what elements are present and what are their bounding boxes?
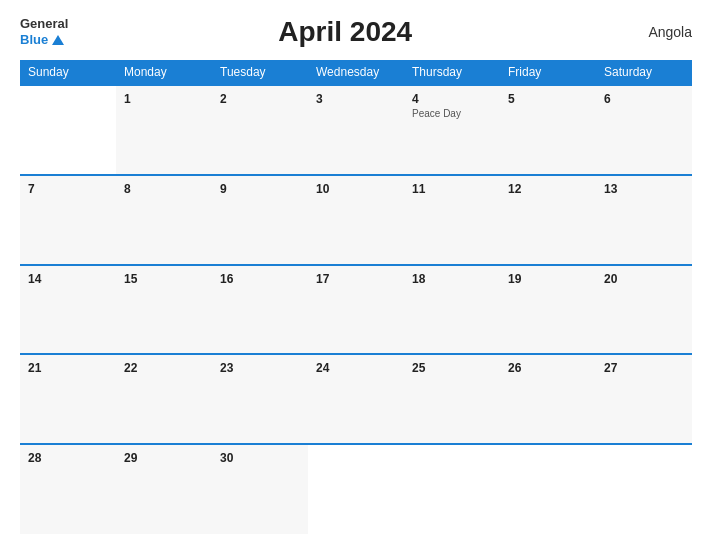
calendar-week-row: 282930 [20, 444, 692, 534]
calendar-cell: 20 [596, 265, 692, 355]
day-number: 28 [28, 451, 108, 465]
day-header-wednesday: Wednesday [308, 60, 404, 85]
calendar-cell: 3 [308, 85, 404, 175]
day-number: 23 [220, 361, 300, 375]
calendar-week-row: 1234Peace Day56 [20, 85, 692, 175]
day-number: 5 [508, 92, 588, 106]
day-header-sunday: Sunday [20, 60, 116, 85]
calendar-cell: 10 [308, 175, 404, 265]
calendar-cell [500, 444, 596, 534]
calendar-week-row: 78910111213 [20, 175, 692, 265]
calendar-cell: 17 [308, 265, 404, 355]
calendar-title: April 2024 [68, 16, 622, 48]
calendar-cell [404, 444, 500, 534]
day-header-monday: Monday [116, 60, 212, 85]
day-number: 30 [220, 451, 300, 465]
calendar-cell: 22 [116, 354, 212, 444]
day-number: 9 [220, 182, 300, 196]
calendar-cell: 2 [212, 85, 308, 175]
page-header: General Blue April 2024 Angola [20, 16, 692, 48]
calendar-cell: 6 [596, 85, 692, 175]
calendar-cell: 1 [116, 85, 212, 175]
calendar-cell: 11 [404, 175, 500, 265]
day-number: 2 [220, 92, 300, 106]
calendar-cell: 30 [212, 444, 308, 534]
calendar-cell: 26 [500, 354, 596, 444]
day-number: 11 [412, 182, 492, 196]
calendar-cell: 18 [404, 265, 500, 355]
day-header-friday: Friday [500, 60, 596, 85]
day-number: 8 [124, 182, 204, 196]
day-number: 22 [124, 361, 204, 375]
day-number: 10 [316, 182, 396, 196]
day-number: 14 [28, 272, 108, 286]
calendar-cell: 28 [20, 444, 116, 534]
calendar-cell: 8 [116, 175, 212, 265]
calendar-cell: 14 [20, 265, 116, 355]
calendar-cell: 5 [500, 85, 596, 175]
calendar-cell: 15 [116, 265, 212, 355]
day-number: 27 [604, 361, 684, 375]
day-number: 25 [412, 361, 492, 375]
calendar-cell: 16 [212, 265, 308, 355]
calendar-table: SundayMondayTuesdayWednesdayThursdayFrid… [20, 60, 692, 534]
day-number: 3 [316, 92, 396, 106]
day-number: 21 [28, 361, 108, 375]
logo: General Blue [20, 16, 68, 47]
calendar-cell: 21 [20, 354, 116, 444]
calendar-week-row: 14151617181920 [20, 265, 692, 355]
calendar-cell: 25 [404, 354, 500, 444]
logo-general-text: General [20, 16, 68, 32]
calendar-cell: 23 [212, 354, 308, 444]
day-number: 6 [604, 92, 684, 106]
calendar-cell: 13 [596, 175, 692, 265]
day-header-thursday: Thursday [404, 60, 500, 85]
logo-blue-row: Blue [20, 32, 68, 48]
calendar-cell: 12 [500, 175, 596, 265]
day-number: 20 [604, 272, 684, 286]
day-header-tuesday: Tuesday [212, 60, 308, 85]
logo-blue-text: Blue [20, 32, 48, 48]
day-number: 16 [220, 272, 300, 286]
calendar-cell: 27 [596, 354, 692, 444]
day-header-saturday: Saturday [596, 60, 692, 85]
calendar-cell [596, 444, 692, 534]
day-number: 29 [124, 451, 204, 465]
day-number: 12 [508, 182, 588, 196]
day-number: 1 [124, 92, 204, 106]
day-number: 17 [316, 272, 396, 286]
day-number: 24 [316, 361, 396, 375]
day-number: 4 [412, 92, 492, 106]
day-number: 19 [508, 272, 588, 286]
country-label: Angola [622, 24, 692, 40]
day-number: 18 [412, 272, 492, 286]
calendar-cell: 24 [308, 354, 404, 444]
day-number: 26 [508, 361, 588, 375]
calendar-week-row: 21222324252627 [20, 354, 692, 444]
calendar-cell: 9 [212, 175, 308, 265]
days-header-row: SundayMondayTuesdayWednesdayThursdayFrid… [20, 60, 692, 85]
calendar-cell [308, 444, 404, 534]
calendar-cell [20, 85, 116, 175]
day-number: 7 [28, 182, 108, 196]
calendar-cell: 4Peace Day [404, 85, 500, 175]
holiday-label: Peace Day [412, 108, 492, 119]
calendar-cell: 29 [116, 444, 212, 534]
day-number: 15 [124, 272, 204, 286]
logo-triangle-icon [52, 35, 64, 45]
calendar-cell: 19 [500, 265, 596, 355]
calendar-cell: 7 [20, 175, 116, 265]
day-number: 13 [604, 182, 684, 196]
